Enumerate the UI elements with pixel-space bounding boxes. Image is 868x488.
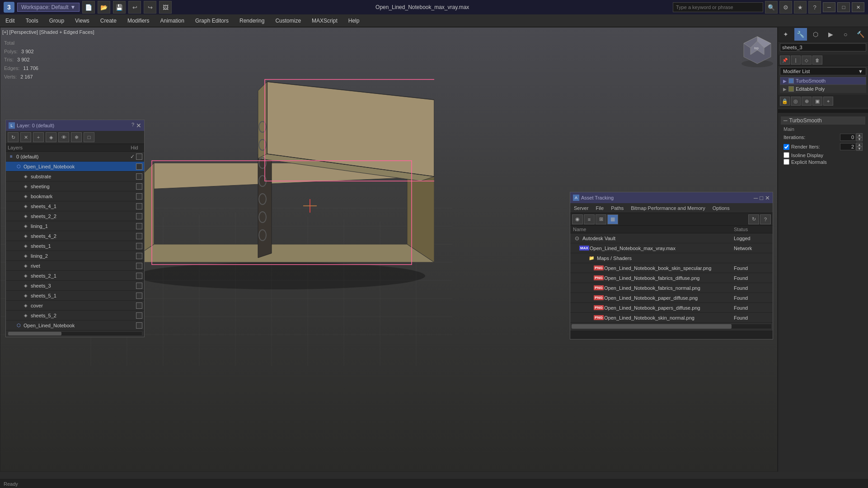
search-button[interactable]: 🔍 xyxy=(765,1,778,14)
close-button[interactable]: ✕ xyxy=(852,2,864,12)
settings-button[interactable]: ⚙ xyxy=(779,1,792,14)
layer-help-button[interactable]: ? xyxy=(131,122,134,129)
ts-render-up[interactable]: ▲ xyxy=(856,143,863,147)
asset-menu-bitmap[interactable]: Bitmap Performance and Memory xyxy=(627,204,708,212)
rp-utilities-icon[interactable]: 🔨 xyxy=(854,28,867,41)
toolbar-btn-save[interactable]: 💾 xyxy=(113,1,126,14)
layer-item[interactable]: ◈substrate xyxy=(6,172,144,181)
asset-item[interactable]: PNGOpen_Lined_Notebook_fabrics_normal.pn… xyxy=(570,283,773,293)
layer-visibility-box[interactable] xyxy=(136,302,142,309)
layer-item[interactable]: ⬡Open_Lined_Notebook xyxy=(6,162,144,172)
asset-close-button[interactable]: ✕ xyxy=(765,195,770,201)
menu-views[interactable]: Views xyxy=(70,14,95,27)
layer-item[interactable]: ◈rivet xyxy=(6,261,144,271)
layer-item[interactable]: ◈cover xyxy=(6,301,144,311)
toolbar-btn-redo[interactable]: ↪ xyxy=(144,1,156,14)
layer-visibility-box[interactable] xyxy=(136,223,142,229)
layer-visibility-box[interactable] xyxy=(136,283,142,289)
layer-scrollbar[interactable] xyxy=(8,331,142,336)
menu-group[interactable]: Group xyxy=(44,14,70,27)
layer-visibility-box[interactable] xyxy=(136,293,142,299)
asset-item[interactable]: 📁Maps / Shaders xyxy=(570,253,773,263)
layer-refresh-btn[interactable]: ↻ xyxy=(8,132,19,142)
maximize-button[interactable]: □ xyxy=(837,2,850,12)
menu-graph-editors[interactable]: Graph Editors xyxy=(190,14,234,27)
layer-visibility-box[interactable] xyxy=(136,183,142,190)
menu-animation[interactable]: Animation xyxy=(155,14,190,27)
asset-menu-options[interactable]: Options xyxy=(709,204,733,212)
search-input[interactable] xyxy=(673,2,763,12)
layer-item[interactable]: ≡0 (default)✓ xyxy=(6,152,144,162)
layer-render-btn[interactable]: □ xyxy=(84,132,94,142)
layer-visibility-box[interactable] xyxy=(136,163,142,170)
layer-item[interactable]: ◈sheets_5_1 xyxy=(6,291,144,301)
asset-minimize-button[interactable]: ─ xyxy=(754,195,758,201)
layer-item[interactable]: ◈sheets_3 xyxy=(6,281,144,291)
make-unique-icon[interactable]: ◇ xyxy=(802,56,812,65)
asset-refresh-btn[interactable]: ↻ xyxy=(748,214,759,224)
layer-item[interactable]: ◈sheets_1 xyxy=(6,241,144,251)
remove-modifier-icon[interactable]: 🗑 xyxy=(812,56,822,65)
menu-maxscript[interactable]: MAXScript xyxy=(306,14,343,27)
layer-item[interactable]: ◈sheets_5_2 xyxy=(6,311,144,321)
toolbar-btn-screenshot[interactable]: 🖼 xyxy=(159,1,172,14)
lock-icon[interactable]: 🔒 xyxy=(780,97,790,106)
ts-isoline-checkbox[interactable] xyxy=(784,152,789,158)
rp-hierarchy-icon[interactable]: ⬡ xyxy=(809,28,822,41)
viewport-label[interactable]: [+] [Perspective] [Shaded + Edged Faces] xyxy=(2,29,94,35)
ts-rollout-header[interactable]: ─ TurboSmooth xyxy=(781,116,865,125)
asset-item[interactable]: PNGOpen_Lined_Notebook_book_skin_specula… xyxy=(570,263,773,273)
modifier-list-dropdown[interactable]: Modifier List ▼ xyxy=(780,67,866,75)
ts-explicit-checkbox[interactable] xyxy=(784,159,789,165)
asset-item[interactable]: MAXOpen_Lined_Notebook_max_vray.maxNetwo… xyxy=(570,243,773,253)
toolbar-btn-undo[interactable]: ↩ xyxy=(128,1,141,14)
asset-maximize-button[interactable]: □ xyxy=(760,195,763,201)
layer-visibility-box[interactable] xyxy=(136,273,142,279)
ts-render-down[interactable]: ▼ xyxy=(856,147,863,151)
workspace-selector[interactable]: Workspace: Default ▼ xyxy=(17,3,80,12)
layer-visibility-box[interactable] xyxy=(136,173,142,180)
layer-hide-btn[interactable]: 👁 xyxy=(58,132,69,142)
asset-menu-server[interactable]: Server xyxy=(570,204,592,212)
ts-iterations-spinner[interactable]: ▲ ▼ xyxy=(840,133,863,141)
gimbal-icon[interactable]: ⌖ xyxy=(823,97,833,106)
asset-menu-paths[interactable]: Paths xyxy=(607,204,627,212)
view-icon[interactable]: ▣ xyxy=(812,97,822,106)
layer-close-button[interactable]: ✕ xyxy=(136,122,141,129)
minimize-button[interactable]: ─ xyxy=(823,2,835,12)
menu-create[interactable]: Create xyxy=(95,14,122,27)
editable-poly-stack-item[interactable]: ▶ Editable Poly xyxy=(780,85,866,93)
world-icon[interactable]: ◎ xyxy=(791,97,801,106)
ts-render-iters-checkbox[interactable] xyxy=(784,144,789,150)
bookmark-button[interactable]: ★ xyxy=(794,1,807,14)
layer-add-btn[interactable]: + xyxy=(33,132,44,142)
menu-modifiers[interactable]: Modifiers xyxy=(122,14,155,27)
show-end-result-icon[interactable]: | xyxy=(791,56,801,65)
layer-item[interactable]: ◈sheeting xyxy=(6,181,144,191)
layer-item[interactable]: ◈lining_2 xyxy=(6,251,144,261)
menu-tools[interactable]: Tools xyxy=(20,14,44,27)
pin-icon[interactable]: 📌 xyxy=(780,56,790,65)
asset-item[interactable]: PNGOpen_Lined_Notebook_papers_diffuse.pn… xyxy=(570,303,773,313)
asset-tb-btn1[interactable]: ◉ xyxy=(572,214,583,224)
layer-select-btn[interactable]: ◈ xyxy=(46,132,56,142)
ts-render-iters-spinner[interactable]: ▲ ▼ xyxy=(840,143,863,151)
object-name-input[interactable] xyxy=(780,43,866,51)
toolbar-btn-open[interactable]: 📂 xyxy=(98,1,110,14)
rp-display-icon[interactable]: ○ xyxy=(839,28,852,41)
menu-edit[interactable]: Edit xyxy=(0,14,20,27)
turbosmooth-stack-item[interactable]: ▶ TurboSmooth xyxy=(780,77,866,85)
layer-visibility-box[interactable] xyxy=(136,322,142,329)
layer-visibility-box[interactable] xyxy=(136,213,142,219)
asset-menu-file[interactable]: File xyxy=(592,204,607,212)
layer-visibility-box[interactable] xyxy=(136,253,142,259)
layer-item[interactable]: ◈sheets_4_2 xyxy=(6,231,144,241)
layer-visibility-box[interactable] xyxy=(136,153,142,160)
ts-iter-up[interactable]: ▲ xyxy=(856,133,863,137)
asset-tb-btn2[interactable]: ≡ xyxy=(584,214,595,224)
asset-item[interactable]: PNGOpen_Lined_Notebook_fabrics_diffuse.p… xyxy=(570,273,773,283)
asset-tb-btn3[interactable]: ⊞ xyxy=(596,214,606,224)
cube-navigator[interactable]: top xyxy=(739,32,775,70)
ts-iterations-input[interactable] xyxy=(840,134,856,141)
layer-freeze-btn[interactable]: ❄ xyxy=(71,132,82,142)
